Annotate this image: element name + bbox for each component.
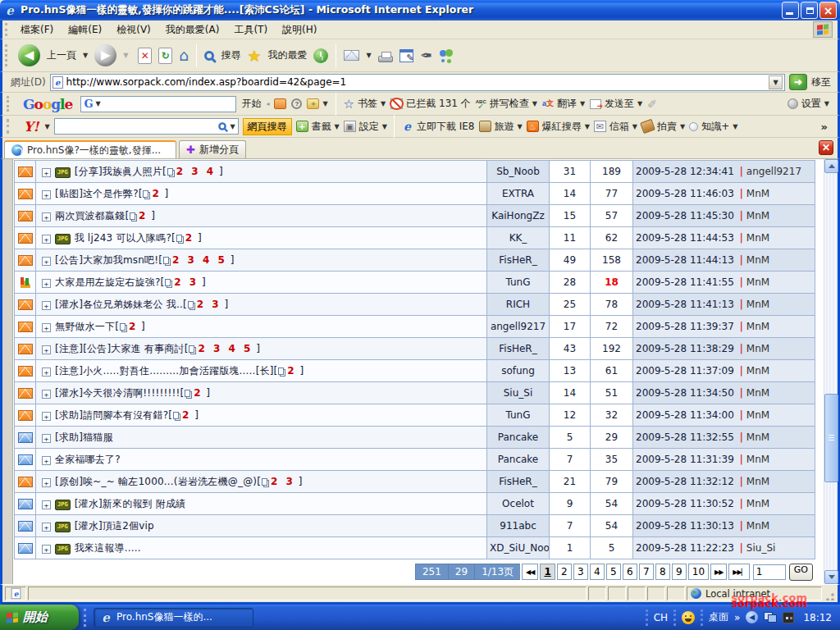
language-indicator[interactable]: CH	[654, 612, 668, 623]
thread-author[interactable]: KK_	[487, 227, 550, 249]
toolbar-grip[interactable]	[7, 96, 12, 112]
yahoo-websearch-button[interactable]: 網頁搜尋	[243, 118, 292, 135]
last-poster-link[interactable]: MnM	[746, 409, 769, 421]
page-number-1[interactable]: 1	[540, 564, 555, 580]
clock[interactable]: 18:12	[800, 612, 835, 623]
menu-tools[interactable]: 工具(T)	[226, 21, 275, 39]
thread-pages[interactable]: [2 ]	[168, 409, 199, 421]
network-tray-icon[interactable]	[764, 612, 777, 623]
expand-icon[interactable]	[42, 345, 51, 354]
tray-app-icon[interactable]	[783, 612, 794, 623]
google-translate-button[interactable]: a文 翻译▼	[542, 97, 585, 111]
thread-title-link[interactable]: 大家是用左旋定右旋強?	[55, 276, 161, 288]
thread-title-link[interactable]: [灌水]今天很冷清啊!!!!!!!!!	[55, 387, 180, 399]
go-button[interactable]: ➜	[789, 74, 807, 90]
highlighter-icon[interactable]: ✐	[647, 98, 657, 111]
back-icon[interactable]: ◀	[18, 44, 40, 66]
go-label[interactable]: 移至	[811, 75, 834, 89]
back-button[interactable]: 上一頁	[47, 48, 76, 62]
history-icon[interactable]	[313, 48, 328, 63]
hide-icons-button[interactable]: ◀	[746, 611, 758, 623]
menu-edit[interactable]: 編輯(E)	[61, 21, 109, 39]
forward-icon[interactable]: ▶	[94, 44, 116, 66]
smiley-tray-icon[interactable]	[682, 611, 695, 624]
home-icon[interactable]: ⌂	[179, 48, 189, 63]
last-page-button[interactable]: ▶▶▏	[728, 564, 749, 580]
expand-icon[interactable]	[42, 545, 51, 554]
taskbar-task-button[interactable]: e Pro.hnS像猫一樣的...	[94, 608, 253, 628]
thread-author[interactable]: sofung	[487, 360, 550, 382]
thread-author[interactable]: RICH	[487, 294, 550, 316]
desktop-toolbar-label[interactable]: 桌面	[709, 610, 728, 624]
thread-author[interactable]: FisHeR_	[487, 471, 550, 493]
expand-icon[interactable]	[42, 323, 51, 332]
thread-author[interactable]: EXTRA	[487, 183, 550, 205]
thread-pages[interactable]: [2 ]	[171, 232, 202, 244]
last-poster-link[interactable]: MnM	[746, 476, 769, 487]
page-number-9[interactable]: 9	[672, 564, 687, 580]
thread-author[interactable]: KaiHongZz	[487, 205, 550, 227]
expand-icon[interactable]	[42, 190, 51, 199]
scroll-up-button[interactable]	[824, 159, 838, 173]
last-poster-link[interactable]: MnM	[746, 254, 769, 266]
google-search-input[interactable]	[103, 98, 234, 110]
thread-author[interactable]: Pancake	[487, 449, 550, 471]
yahoo-search-dropdown[interactable]: ▼	[230, 123, 235, 130]
favorites-star-icon[interactable]: ★	[247, 47, 261, 65]
stop-icon[interactable]: ✕	[138, 48, 152, 64]
last-poster-link[interactable]: MnM	[746, 520, 769, 532]
taskbar-grip[interactable]	[84, 609, 87, 627]
thread-author[interactable]: XD_SiU_NooB	[487, 537, 550, 559]
thread-title-link[interactable]: [求助]猫猫服	[55, 431, 113, 443]
yahoo-logo-dropdown[interactable]: ▼	[44, 123, 49, 130]
last-poster-link[interactable]: MnM	[746, 431, 769, 443]
google-gadgets-button[interactable]: ✦▼	[307, 98, 327, 109]
last-poster-link[interactable]: MnM	[746, 387, 769, 399]
expand-icon[interactable]	[42, 212, 51, 221]
thread-author[interactable]: FisHeR_	[487, 249, 550, 272]
scroll-down-button[interactable]	[824, 570, 838, 584]
mail-dropdown[interactable]: ▼	[366, 52, 371, 59]
last-poster-link[interactable]: Siu_Si	[746, 542, 776, 554]
yahoo-knowledge-button[interactable]: 知識+▼	[689, 120, 737, 134]
last-poster-link[interactable]: angell9217	[746, 166, 801, 177]
tab-close-button[interactable]: ✕	[819, 140, 833, 155]
thread-title-link[interactable]: [原创]唉~_~ 輸左1000...(岩岩洗左機@_@)	[55, 476, 257, 487]
new-tab-button[interactable]: ✚ 新增分頁	[179, 140, 246, 158]
back-dropdown[interactable]: ▼	[83, 52, 88, 59]
expand-icon[interactable]	[42, 434, 51, 443]
expand-icon[interactable]	[42, 235, 51, 244]
thread-pages[interactable]: [2 3 ]	[257, 476, 302, 487]
print-icon[interactable]	[378, 56, 393, 62]
last-poster-link[interactable]: MnM	[746, 321, 769, 332]
page-number-2[interactable]: 2	[557, 564, 572, 580]
favorites-button[interactable]: 我的最愛	[267, 48, 307, 62]
google-settings-button[interactable]: 设置▼	[788, 97, 836, 111]
toolbar-grip[interactable]	[7, 119, 12, 134]
scrollbar-thumb[interactable]	[824, 394, 838, 482]
page-number-6[interactable]: 6	[623, 564, 637, 580]
page-number-3[interactable]: 3	[573, 564, 588, 580]
google-news-icon[interactable]	[274, 98, 286, 109]
tab-active[interactable]: Pro.hnS像?一樣的靈敏,發揮...	[4, 140, 176, 158]
expand-icon[interactable]	[42, 456, 51, 465]
google-bookmarks-button[interactable]: ☆ 书签▼	[344, 97, 386, 112]
minimize-button[interactable]	[782, 2, 799, 19]
thread-title-link[interactable]: [灌水]各位兄弟姊妹老公 我..	[55, 299, 183, 310]
edit-icon[interactable]	[399, 49, 413, 62]
expand-icon[interactable]	[42, 478, 51, 487]
thread-author[interactable]: FisHeR_	[487, 338, 550, 360]
expand-icon[interactable]	[42, 390, 51, 399]
thread-pages[interactable]: [2 3 4 5 ]	[158, 254, 234, 266]
menu-view[interactable]: 檢視(V)	[109, 21, 158, 39]
thread-title-link[interactable]: 我 lj243 可以入隊嗎?	[75, 232, 171, 244]
last-poster-link[interactable]: MnM	[746, 365, 769, 377]
thread-title-link[interactable]: [分享]我族眞人照片	[75, 166, 162, 177]
thread-pages[interactable]: [2 ]	[115, 321, 145, 332]
yahoo-mail-button[interactable]: 信箱▼	[594, 120, 637, 134]
yahoo-ie8-button[interactable]: e 立即下載 IE8	[401, 120, 475, 134]
expand-icon[interactable]	[42, 500, 51, 509]
thread-title-link[interactable]: [注意]小火.....對吾住.........加會活躍版塊.....[长]	[55, 365, 274, 377]
vertical-scrollbar[interactable]	[824, 159, 838, 584]
yahoo-logo[interactable]: Y!	[19, 119, 40, 135]
